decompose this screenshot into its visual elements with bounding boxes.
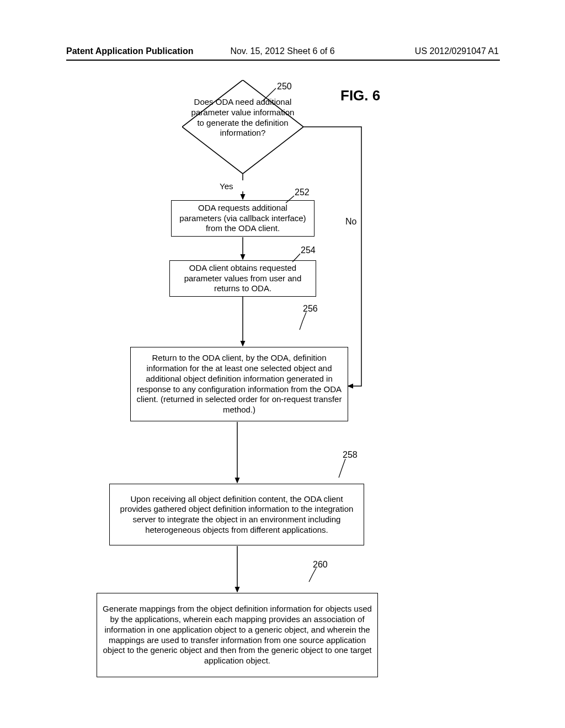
process-block-256: Return to the ODA client, by the ODA, de… — [130, 347, 348, 421]
process-text-260: Generate mappings from the object defini… — [103, 604, 372, 666]
ref-250: 250 — [277, 82, 292, 92]
process-block-258: Upon receiving all object definition con… — [109, 484, 364, 545]
ref-252: 252 — [295, 188, 310, 197]
decision-yes-label: Yes — [220, 181, 233, 191]
process-text-252: ODA requests additional parameters (via … — [177, 203, 308, 234]
process-block-260: Generate mappings from the object defini… — [97, 593, 378, 677]
process-text-256: Return to the ODA client, by the ODA, de… — [136, 353, 342, 415]
page-header: Patent Application Publication Nov. 15, … — [0, 46, 565, 56]
decision-no-label: No — [345, 217, 356, 227]
header-rule — [66, 60, 500, 61]
header-center: Nov. 15, 2012 Sheet 6 of 6 — [230, 46, 334, 56]
ref-254: 254 — [301, 245, 316, 255]
figure-label: FIG. 6 — [340, 87, 380, 104]
header-left: Patent Application Publication — [66, 46, 194, 56]
header-right: US 2012/0291047 A1 — [415, 46, 499, 56]
process-block-252: ODA requests additional parameters (via … — [171, 200, 315, 237]
process-text-254: ODA client obtains requested parameter v… — [175, 263, 310, 294]
ref-258: 258 — [343, 450, 358, 460]
ref-256: 256 — [303, 304, 318, 314]
process-text-258: Upon receiving all object definition con… — [115, 494, 358, 536]
ref-260: 260 — [313, 560, 328, 570]
decision-text-250: Does ODA need additional parameter value… — [188, 97, 298, 138]
process-block-254: ODA client obtains requested parameter v… — [169, 260, 316, 297]
